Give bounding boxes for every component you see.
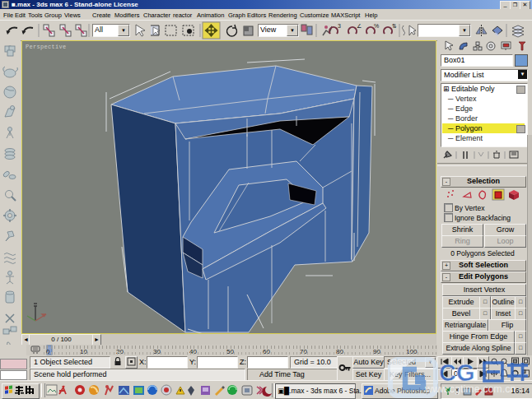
svg-text:⇅: ⇅ xyxy=(392,23,397,29)
svg-text:%: % xyxy=(374,23,379,29)
svg-text:∠: ∠ xyxy=(357,23,362,29)
svg-text:3: 3 xyxy=(338,23,341,29)
